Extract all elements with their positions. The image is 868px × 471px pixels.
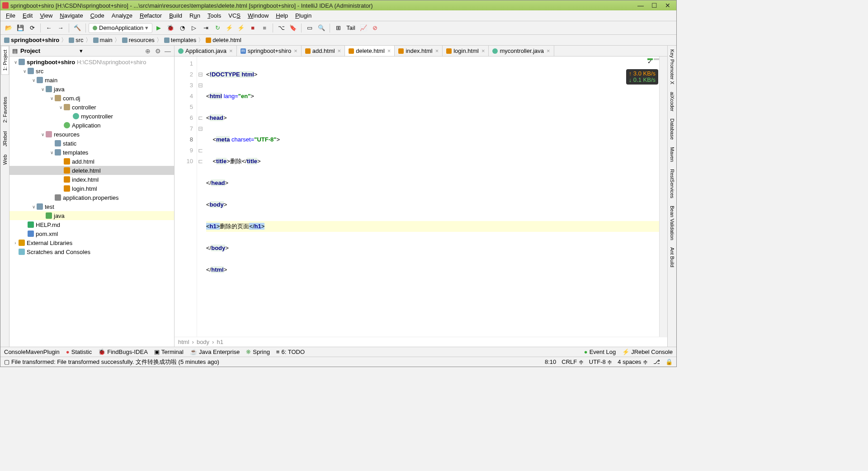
tree-help[interactable]: HELP.md: [9, 220, 174, 229]
refresh-button[interactable]: ⟳: [27, 23, 38, 33]
tab-index[interactable]: index.html×: [395, 46, 443, 56]
minimize-button[interactable]: —: [634, 2, 647, 9]
menu-build[interactable]: Build: [165, 11, 186, 20]
tool-terminal[interactable]: ▣Terminal: [154, 349, 184, 355]
close-icon[interactable]: ×: [229, 47, 233, 54]
hide-icon[interactable]: —: [164, 47, 171, 55]
scrollbar[interactable]: [659, 57, 667, 337]
tool-favorites[interactable]: 2: Favorites: [1, 93, 9, 127]
tab-application[interactable]: Application.java×: [175, 46, 237, 56]
tab-mycontroller[interactable]: mycontroller.java×: [489, 46, 554, 56]
panel-title[interactable]: Project: [20, 47, 77, 54]
tree-main[interactable]: ∨main: [9, 75, 174, 85]
tool-ant[interactable]: Ant Build: [669, 244, 676, 271]
cursor-position[interactable]: 8:10: [545, 358, 556, 365]
tree-addhtml[interactable]: add.html: [9, 157, 174, 166]
structure-button[interactable]: ⊞: [333, 23, 344, 33]
menu-plugin[interactable]: Plugin: [292, 11, 315, 20]
tool-database[interactable]: Database: [669, 115, 676, 143]
project-tree[interactable]: ∨springboot+shiro H:\CSDN\springboot+shi…: [9, 57, 174, 347]
tool-web[interactable]: Web: [1, 151, 9, 169]
tree-test[interactable]: ∨test: [9, 202, 174, 211]
coverage-button[interactable]: ◔: [177, 23, 188, 33]
editor-body[interactable]: 12345678910 ⊟⊟ ⊏⊟ ⊏⊏ <!DOCTYPE html> <ht…: [175, 57, 667, 337]
back-button[interactable]: ←: [43, 23, 54, 33]
tree-mycontroller[interactable]: mycontroller: [9, 112, 174, 121]
tree-appprops[interactable]: application.properties: [9, 193, 174, 202]
tab-delete[interactable]: delete.html×: [345, 46, 395, 56]
crumb-main[interactable]: main: [92, 37, 113, 43]
forward-button[interactable]: →: [55, 23, 66, 33]
tree-indexhtml[interactable]: index.html: [9, 175, 174, 184]
crumb-root[interactable]: springboot+shiro: [3, 37, 60, 43]
jrebel-debug-button[interactable]: ⚡: [236, 23, 246, 33]
menu-tools[interactable]: Tools: [204, 11, 225, 20]
run-button[interactable]: ▶: [153, 23, 164, 33]
jrebel-run-button[interactable]: ⚡: [224, 23, 235, 33]
maximize-button[interactable]: ☐: [647, 2, 661, 9]
menu-window[interactable]: Window: [244, 11, 272, 20]
fold-gutter[interactable]: ⊟⊟ ⊏⊟ ⊏⊏: [197, 57, 203, 337]
tree-scratch[interactable]: Scratches and Consoles: [9, 247, 174, 256]
menu-refactor[interactable]: Refactor: [136, 11, 165, 20]
line-separator[interactable]: CRLF ≑: [561, 358, 584, 365]
tab-login[interactable]: login.html×: [443, 46, 489, 56]
crumb-html[interactable]: html: [178, 339, 189, 345]
menu-edit[interactable]: Edit: [19, 11, 36, 20]
tree-application[interactable]: Application: [9, 121, 174, 130]
menu-navigate[interactable]: Navigate: [56, 11, 86, 20]
chart-icon[interactable]: 📈: [358, 23, 369, 33]
vcs-button[interactable]: ⌥: [276, 23, 287, 33]
close-icon[interactable]: ×: [547, 47, 550, 54]
tool-javaee[interactable]: ☕Java Enterprise: [190, 349, 240, 355]
tree-resources[interactable]: ∨resources: [9, 130, 174, 139]
tool-rest[interactable]: RestServices: [669, 165, 676, 202]
crumb-h1[interactable]: h1: [217, 339, 223, 345]
tree-comdj[interactable]: ∨com.dj: [9, 94, 174, 103]
tree-testjava[interactable]: java: [9, 211, 174, 220]
tree-controller[interactable]: ∨controller: [9, 103, 174, 112]
save-button[interactable]: 💾: [15, 23, 26, 33]
tool-spring[interactable]: ❋Spring: [246, 349, 270, 355]
menu-vcs[interactable]: VCS: [225, 11, 244, 20]
close-icon[interactable]: ×: [294, 47, 297, 54]
menu-analyze[interactable]: Analyze: [108, 11, 136, 20]
tool-todo[interactable]: ≡6: TODO: [276, 349, 305, 355]
collapse-icon[interactable]: ⊕: [144, 47, 151, 55]
tab-springboot[interactable]: mspringboot+shiro×: [237, 46, 302, 56]
tree-src[interactable]: ∨src: [9, 66, 174, 75]
tab-add[interactable]: add.html×: [302, 46, 345, 56]
stop2-button[interactable]: ■: [259, 23, 270, 33]
stop-button[interactable]: ■: [247, 23, 258, 33]
tool-consolemaven[interactable]: ConsoleMavenPlugin: [4, 349, 60, 355]
menu-view[interactable]: View: [36, 11, 56, 20]
tree-java[interactable]: ∨java: [9, 85, 174, 94]
tag-button[interactable]: 🔖: [288, 23, 298, 33]
close-icon[interactable]: ×: [387, 47, 391, 54]
close-button[interactable]: ✕: [661, 2, 675, 9]
terminal-icon[interactable]: ▭: [304, 23, 315, 33]
tool-jrebel[interactable]: JRebel: [1, 127, 9, 151]
crumb-templates[interactable]: templates: [163, 37, 197, 43]
open-button[interactable]: 📂: [3, 23, 14, 33]
tool-beanval[interactable]: Bean Validation: [669, 202, 676, 244]
menu-file[interactable]: File: [2, 11, 19, 20]
close-icon[interactable]: ×: [481, 47, 485, 54]
run-config-dropdown[interactable]: DemoApplication ▾: [89, 23, 152, 33]
close-icon[interactable]: ×: [435, 47, 439, 54]
block-icon[interactable]: ⊘: [370, 23, 381, 33]
tool-keypromoter[interactable]: Key Promoter X: [669, 46, 676, 88]
crumb-file[interactable]: delete.html: [205, 37, 242, 43]
tool-project[interactable]: 1: Project: [1, 46, 9, 75]
encoding[interactable]: UTF-8 ≑: [589, 358, 612, 365]
tree-root[interactable]: ∨springboot+shiro H:\CSDN\springboot+shi…: [9, 57, 174, 66]
build-button[interactable]: 🔨: [72, 23, 83, 33]
tree-loginhtml[interactable]: login.html: [9, 184, 174, 193]
dropdown-icon[interactable]: ▾: [80, 47, 83, 54]
tree-extlib[interactable]: ›External Libraries: [9, 238, 174, 247]
search-button[interactable]: 🔍: [316, 23, 327, 33]
tree-templates[interactable]: ∨templates: [9, 148, 174, 157]
menu-help[interactable]: Help: [272, 11, 292, 20]
tool-eventlog[interactable]: ●Event Log: [584, 349, 616, 355]
menu-code[interactable]: Code: [87, 11, 108, 20]
